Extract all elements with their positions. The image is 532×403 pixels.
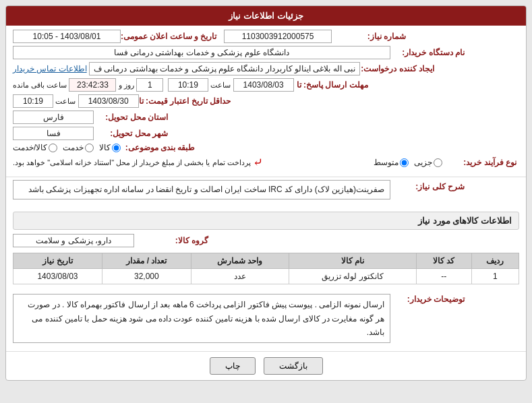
col-header-quantity: تعداد / مقدار [102, 253, 191, 269]
col-header-date: تاریخ نیاز [13, 253, 102, 269]
cell-date: 1403/08/03 [13, 269, 102, 284]
row-need-number: شماره نیاز: 1103003912000575 تاریخ و ساع… [13, 30, 519, 43]
cell-code: -- [416, 269, 471, 284]
goods-table: ردیف کد کالا نام کالا واحد شمارش تعداد /… [13, 253, 519, 284]
response-time: 10:19 [168, 78, 208, 92]
category-option-label-3: کالا/خدمت [13, 143, 47, 152]
response-date: 1403/08/03 [233, 78, 294, 92]
province-value: فارس [13, 111, 94, 124]
process-radio-2[interactable] [400, 158, 409, 167]
goods-group-label: گروه کالا: [134, 236, 208, 245]
card-header: جزئیات اطلاعات نیاز [6, 6, 526, 26]
description-label: شرح کلی نیاز: [390, 180, 465, 191]
process-note: پرداخت تمام یا بخشی از مبلغ خریدار از مح… [13, 158, 251, 167]
category-option-label-1: کالا [99, 143, 111, 152]
process-option-label-2: متوسط [374, 158, 398, 167]
category-label: طبقه بندی موضوعی: [121, 143, 195, 152]
table-header-row: ردیف کد کالا نام کالا واحد شمارش تعداد /… [13, 253, 519, 269]
buyer-notes-label: توضیحات خریدار: [390, 292, 465, 304]
category-radio-3[interactable] [49, 144, 57, 152]
main-card: جزئیات اطلاعات نیاز شماره نیاز: 11030039… [5, 5, 527, 381]
cell-name: کانکتور لوله تزریق [289, 269, 416, 284]
row-description: شرح کلی نیاز: صفرینت(هیازین لاک) دارای ک… [13, 180, 519, 199]
row-city: شهر محل تحویل: فسا [13, 127, 519, 140]
col-header-row-num: ردیف [471, 253, 519, 269]
buyer-notes-section: توضیحات خریدار: ارسال نمونه الزامی . پیو… [6, 290, 526, 351]
row-price-deadline: حداقل تاریخ اعتبار قیمت: تا 1403/08/30 س… [13, 94, 519, 108]
cell-unit: عدد [191, 269, 289, 284]
category-option-service[interactable]: خدمت [63, 143, 94, 152]
buyer-notes-value: ارسال نمونه الزامی . پیوست پیش فاکتور ال… [13, 294, 390, 343]
price-date: 1403/08/30 [78, 94, 139, 108]
datetime-label: تاریخ و ساعت اعلان عمومی: [121, 32, 216, 41]
city-value: فسا [13, 127, 94, 140]
time-label: ساعت [210, 81, 231, 90]
category-radio-2[interactable] [85, 144, 94, 152]
table-row: 1--کانکتور لوله تزریقعدد32,0001403/08/03 [13, 269, 519, 284]
needs-section: اطلاعات کالاهای مورد نیاز گروه کالا: دار… [6, 205, 526, 290]
row-province: استان محل تحویل: فارس [13, 111, 519, 124]
col-header-code: کد کالا [416, 253, 471, 269]
creator-value: نبی اله بلاغی اینالو کاربردار دانشگاه عل… [89, 62, 360, 75]
remaining-label: ساعت باقی مانده [13, 81, 67, 90]
process-option-small[interactable]: جزیی [414, 158, 442, 167]
category-radio-group: کالا/خدمت خدمت کالا [13, 143, 121, 152]
cell-row: 1 [471, 269, 519, 284]
process-option-medium[interactable]: متوسط [374, 158, 409, 167]
need-number-label: شماره نیاز: [332, 32, 406, 41]
goods-group-value: دارو، پزشکی و سلامت [13, 234, 134, 247]
price-time: 10:19 [13, 94, 53, 108]
back-button[interactable]: بازگشت [264, 357, 323, 375]
response-remaining: 23:42:33 [69, 78, 116, 92]
response-deadline-label: مهلت ارسال پاسخ: تا [294, 80, 368, 90]
creator-label: ایجاد کننده درخواست: [360, 64, 434, 73]
creator-link[interactable]: اطلاعات تماس خریدار [13, 64, 87, 73]
datetime-value: 1403/08/01 - 10:05 [13, 30, 121, 43]
price-time-label: ساعت [55, 97, 76, 106]
category-option-goods[interactable]: کالا [99, 143, 121, 152]
row-response-deadline: مهلت ارسال پاسخ: تا 1403/08/03 ساعت 10:1… [13, 78, 519, 92]
buyer-name-value: دانشگاه علوم پزشکی و خدمات بهداشتی درمان… [13, 46, 390, 59]
city-label: شهر محل تحویل: [94, 129, 168, 138]
response-day: 1 [136, 78, 163, 92]
process-label: نوع فرآیند خرید: [442, 158, 516, 167]
header-title: جزئیات اطلاعات نیاز [229, 11, 303, 21]
process-option-label-1: جزیی [414, 158, 432, 167]
needs-info-title: اطلاعات کالاهای مورد نیاز [13, 212, 519, 230]
page-wrapper: جزئیات اطلاعات نیاز شماره نیاز: 11030039… [0, 0, 532, 403]
category-radio-1[interactable] [112, 144, 121, 152]
process-radio-group: متوسط جزیی [374, 158, 442, 167]
province-label: استان محل تحویل: [94, 113, 168, 122]
cell-quantity: 32,000 [102, 269, 191, 284]
day-label: روز و [119, 81, 134, 90]
buttons-row: بازگشت چاپ [6, 351, 526, 380]
row-creator: ایجاد کننده درخواست: نبی اله بلاغی اینال… [13, 62, 519, 75]
row-buyer-notes: توضیحات خریدار: ارسال نمونه الزامی . پیو… [13, 292, 519, 343]
row-buyer-name: نام دستگاه خریدار: دانشگاه علوم پزشکی و … [13, 46, 519, 59]
description-value: صفرینت(هیازین لاک) دارای کد IRC ساخت ایر… [13, 180, 390, 199]
price-deadline-label: حداقل تاریخ اعتبار قیمت: تا [139, 96, 231, 106]
description-section: شرح کلی نیاز: صفرینت(هیازین لاک) دارای ک… [6, 177, 526, 205]
col-header-unit: واحد شمارش [191, 253, 289, 269]
buyer-name-label: نام دستگاه خریدار: [390, 48, 465, 57]
category-option-goods-service[interactable]: کالا/خدمت [13, 143, 57, 152]
info-section: شماره نیاز: 1103003912000575 تاریخ و ساع… [6, 26, 526, 177]
category-option-label-2: خدمت [63, 143, 84, 152]
red-arrow-icon: ⤶ [253, 155, 263, 170]
col-header-name: نام کالا [289, 253, 416, 269]
row-process: نوع فرآیند خرید: متوسط جزیی ⤶ پرداخت تما… [13, 155, 519, 170]
row-goods-group: گروه کالا: دارو، پزشکی و سلامت [13, 234, 519, 247]
goods-table-section: ردیف کد کالا نام کالا واحد شمارش تعداد /… [13, 250, 519, 287]
process-radio-1[interactable] [434, 158, 442, 167]
print-button[interactable]: چاپ [210, 357, 256, 375]
row-category: طبقه بندی موضوعی: کالا/خدمت خدمت کالا [13, 143, 519, 152]
need-number-value: 1103003912000575 [224, 30, 332, 43]
